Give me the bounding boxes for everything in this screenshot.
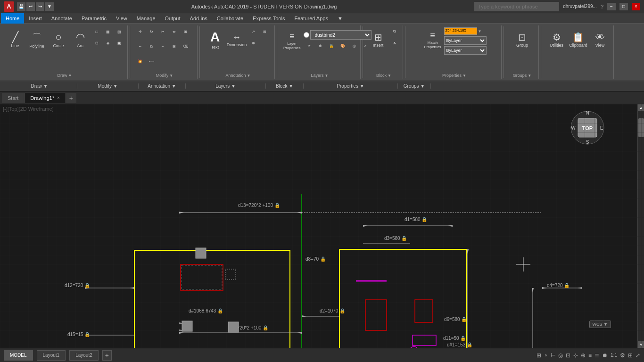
add-tab-button[interactable]: + — [66, 93, 76, 103]
line-button[interactable]: ╱ Line — [5, 26, 25, 53]
linetype-selector[interactable]: ByLayer — [444, 36, 487, 45]
define-attrib-button[interactable]: A — [389, 38, 400, 48]
layers-label[interactable]: Layers ▼ — [215, 83, 236, 89]
clean-screen[interactable]: ⤢ — [636, 352, 640, 359]
menu-item-addins[interactable]: Add-ins — [185, 13, 212, 24]
utilities-button[interactable]: ⚙ Utilities — [546, 26, 567, 53]
color-dropdown-arrow[interactable]: ▼ — [478, 29, 482, 33]
quick-access-undo[interactable]: ↩ — [26, 2, 35, 11]
block-label[interactable]: Block ▼ — [276, 83, 293, 89]
ducs-toggle[interactable]: ⊕ — [581, 352, 586, 359]
grid-toggle[interactable]: ⊞ — [537, 352, 541, 359]
layers-group-arrow[interactable]: ▼ — [325, 74, 329, 78]
groups-group-arrow[interactable]: ▼ — [528, 74, 531, 78]
search-input[interactable] — [474, 2, 559, 11]
explode-button[interactable]: 💥 — [135, 56, 145, 66]
maximize-button[interactable]: □ — [619, 3, 628, 10]
groups-label[interactable]: Groups ▼ — [404, 83, 425, 89]
properties-label[interactable]: Properties ▼ — [337, 83, 364, 89]
annotation-group-arrow[interactable]: ▼ — [247, 74, 251, 78]
hatch-button[interactable]: ▦ — [103, 26, 113, 37]
rotate-button[interactable]: ↻ — [146, 26, 157, 37]
layer-lock[interactable]: 🔒 — [326, 41, 337, 51]
dyn-toggle[interactable]: ≡ — [588, 352, 592, 359]
move-button[interactable]: ✛ — [135, 26, 145, 37]
polyline-button[interactable]: ⌒ Polyline — [26, 26, 47, 53]
layer-color[interactable]: 🎨 — [338, 41, 348, 51]
add-layout-button[interactable]: + — [102, 350, 112, 361]
help-icon[interactable]: ? — [601, 4, 603, 9]
table-button[interactable]: ⊞ — [259, 26, 270, 37]
tp-toggle[interactable]: ⏺ — [602, 352, 608, 359]
gradient-button[interactable]: ▧ — [114, 26, 124, 37]
close-button[interactable]: × — [632, 3, 640, 10]
circle-button[interactable]: ○ Circle — [48, 26, 69, 53]
viewport-scale[interactable]: 1:1 — [611, 353, 617, 358]
clipboard-button[interactable]: 📋 Clipboard — [568, 26, 589, 53]
snap-toggle[interactable]: ∘ — [544, 352, 548, 359]
modify-label[interactable]: Modify ▼ — [98, 83, 117, 89]
scale-button[interactable]: ⊞ — [180, 26, 190, 37]
settings-icon[interactable]: ⚙ — [620, 352, 625, 359]
polar-toggle[interactable]: ◎ — [558, 352, 563, 359]
draw-label[interactable]: Draw ▼ — [31, 83, 48, 89]
dimension-button[interactable]: ↔ Dimension — [226, 26, 247, 53]
center-mark-button[interactable]: ⊕ — [248, 38, 258, 48]
trim-button[interactable]: ✂ — [157, 26, 168, 37]
layer-selector[interactable]: dustbind2 — [310, 30, 372, 40]
menu-item-parametric[interactable]: Parametric — [77, 13, 111, 24]
menu-item-insert[interactable]: Insert — [24, 13, 47, 24]
quick-access-more[interactable]: ▼ — [45, 2, 54, 11]
drawing-area[interactable]: [-][Top][2D Wireframe] N S E W TOP WCS ▼… — [0, 104, 644, 348]
create-block-button[interactable]: ⧉ — [389, 26, 400, 37]
annotation-label[interactable]: Annotation ▼ — [148, 83, 176, 89]
quick-access-save[interactable]: 💾 — [17, 2, 25, 11]
layer-isolate[interactable]: ◎ — [349, 41, 359, 51]
boundary-button[interactable]: ⊡ — [91, 38, 102, 48]
osnap-toggle[interactable]: ⊡ — [566, 352, 570, 359]
group-button[interactable]: ⊡ Group — [512, 26, 533, 53]
minimize-button[interactable]: − — [607, 3, 616, 10]
properties-group-arrow[interactable]: ▼ — [462, 74, 466, 78]
layer-on-off[interactable]: ☀ — [304, 41, 314, 51]
ortho-toggle[interactable]: ⊢ — [551, 352, 555, 359]
menu-item-output[interactable]: Output — [160, 13, 185, 24]
view-button[interactable]: 👁 View — [590, 26, 611, 53]
text-button[interactable]: A Text — [205, 26, 225, 53]
copy-button[interactable]: ⧉ — [146, 41, 157, 52]
offset-button[interactable]: ⟺ — [146, 56, 157, 66]
arc-button[interactable]: ◠ Arc — [70, 26, 91, 53]
leader-button[interactable]: ↗ — [248, 26, 258, 37]
drawing1-tab[interactable]: Drawing1* × — [25, 93, 66, 103]
menu-item-express[interactable]: Express Tools — [248, 13, 289, 24]
menu-item-home[interactable]: Home — [1, 13, 24, 24]
erase-button[interactable]: ⌫ — [180, 41, 190, 52]
otrack-toggle[interactable]: ⊹ — [573, 352, 578, 359]
stretch-button[interactable]: ↔ — [135, 41, 145, 52]
menu-item-more[interactable]: ▼ — [333, 13, 347, 24]
layout1-tab[interactable]: Layout1 — [37, 350, 66, 361]
menu-item-collaborate[interactable]: Collaborate — [212, 13, 248, 24]
lineweight-selector[interactable]: ByLayer — [444, 46, 487, 55]
region-button[interactable]: ◈ — [103, 38, 113, 48]
wipeout-button[interactable]: ▣ — [114, 38, 124, 48]
layer-freeze[interactable]: ❄ — [315, 41, 325, 51]
layer-properties-button[interactable]: ≡ LayerProperties — [282, 27, 302, 54]
lw-toggle[interactable]: ≣ — [594, 352, 599, 359]
menu-item-manage[interactable]: Manage — [132, 13, 160, 24]
modify-group-arrow[interactable]: ▼ — [169, 74, 173, 78]
tab-close-button[interactable]: × — [57, 95, 60, 100]
expand-icon[interactable]: ⊞ — [628, 352, 633, 359]
rectangle-button[interactable]: □ — [91, 26, 102, 37]
model-tab[interactable]: MODEL — [4, 350, 33, 361]
mirror-button[interactable]: ⇔ — [169, 26, 179, 37]
start-tab[interactable]: Start — [2, 93, 25, 103]
layout2-tab[interactable]: Layout2 — [69, 350, 99, 361]
match-properties-button[interactable]: ≡ MatchProperties — [422, 26, 443, 53]
menu-item-featured-apps[interactable]: Featured Apps — [289, 13, 333, 24]
menu-item-annotate[interactable]: Annotate — [47, 13, 77, 24]
quick-access-redo[interactable]: ↪ — [36, 2, 44, 11]
menu-item-view[interactable]: View — [111, 13, 132, 24]
fillet-button[interactable]: ⌐ — [157, 41, 168, 52]
cad-canvas[interactable]: d13=720*2 +100 🔒 d1=580 🔒 d3=580 🔒 d8=70… — [0, 104, 644, 348]
